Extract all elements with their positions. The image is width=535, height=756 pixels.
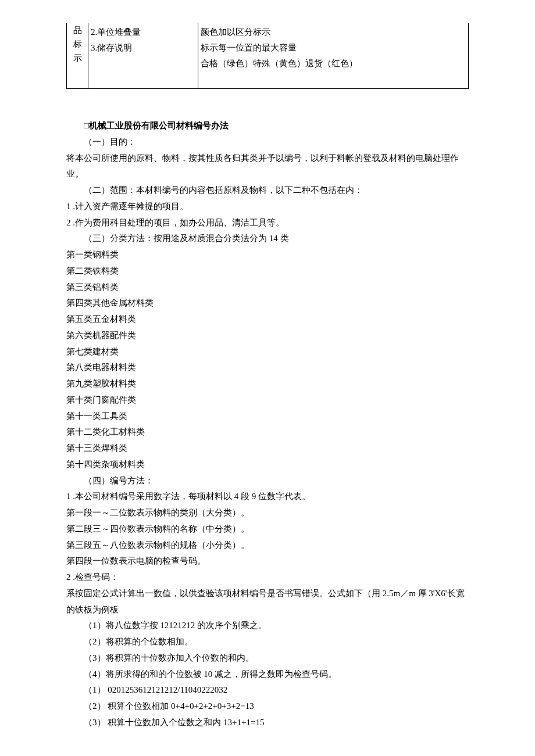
category-item: 第六类机器配件类 [66, 328, 469, 344]
list-item: 1 .计入资产需逐年摊提的项目。 [66, 199, 469, 215]
segment-line: 第四段一位数表示电脑的检查号码。 [66, 553, 469, 569]
step-item: （2）将积算的个位数相加。 [66, 634, 469, 650]
category-item: 第十四类杂项材料类 [66, 457, 469, 473]
category-item: 第三类铝料类 [66, 280, 469, 296]
paragraph: 将本公司所使用的原料、物料，按其性质各归其类并予以编号，以利于料帐的登载及材料的… [66, 151, 469, 183]
section-heading: （二）范围：本材料编号的内容包括原料及物料，以下二种不包括在内： [66, 182, 469, 199]
section-heading: （一）目的： [66, 134, 469, 151]
category-item: 第九类塑胶材料类 [66, 376, 469, 392]
segment-line: 第二段三～四位数表示物料的名称（中分类）。 [66, 521, 469, 538]
list-item: 1 .本公司材料编号采用数字法，每项材料以 4 段 9 位数字代表。 [66, 489, 469, 505]
step-item: （3）将积算的十位数亦加入个位数的和内。 [66, 650, 469, 667]
cell-line: 3.储存说明 [91, 40, 195, 56]
table-cell: 2.单位堆叠量 3.储存说明 [88, 23, 198, 89]
table-cell: 颜色加以区分标示 标示每一位置的最大容量 合格（绿色）特殊（黄色）退货（红色） [198, 23, 469, 89]
cell-line: 标示每一位置的最大容量 [201, 40, 466, 56]
paragraph: 系按固定公式计算出一数值，以供查验该项材料编号是否书写错误。公式如下（用 2.5… [66, 586, 469, 618]
category-item: 第二类铁料类 [66, 263, 469, 280]
table-row: 品 标 示 2.单位堆叠量 3.储存说明 颜色加以区分标示 标示每一位置的最大容… [67, 23, 469, 89]
doc-title: □机械工业股份有限公司材料编号办法 [66, 118, 469, 134]
cell-line: 2.单位堆叠量 [91, 24, 195, 40]
step-item: （4）将所求得的和的个位数被 10 减之，所得之数即为检查号码。 [66, 667, 469, 683]
category-item: 第一类钢料类 [66, 247, 469, 263]
category-item: 第十类门窗配件类 [66, 392, 469, 409]
category-item: 第八类电器材料类 [66, 360, 469, 376]
category-item: 第五类五金材料类 [66, 311, 469, 328]
segment-line: 第三段五～八位数表示物料的规格（小分类）。 [66, 538, 469, 554]
calc-line: （2） 积算个位数相加 0+4+0+2+2+0+3+2=13 [66, 698, 469, 715]
category-item: 第十一类工具类 [66, 409, 469, 425]
document-page: 品 标 示 2.单位堆叠量 3.储存说明 颜色加以区分标示 标示每一位置的最大容… [0, 0, 535, 756]
section-heading: （三）分类方法：按用途及材质混合分类法分为 14 类 [66, 231, 469, 247]
list-item: 2 .作为费用科目处理的项目，如办公用品、清洁工具等。 [66, 215, 469, 231]
section-heading: （四）编号方法： [66, 473, 469, 489]
row-label-char: 品 [73, 26, 82, 35]
calc-line: （1） 0201253612121212/11040222032 [66, 682, 469, 698]
partial-table: 品 标 示 2.单位堆叠量 3.储存说明 颜色加以区分标示 标示每一位置的最大容… [66, 23, 469, 89]
row-label-cell: 品 标 示 [67, 23, 88, 89]
calc-line: （3） 积算十位数加入个位数之和内 13+1+1=15 [66, 715, 469, 731]
segment-line: 第一段一～二位数表示物料的类别（大分类）。 [66, 505, 469, 521]
row-label-char: 示 [73, 53, 82, 63]
cell-line: 合格（绿色）特殊（黄色）退货（红色） [201, 56, 466, 71]
category-item: 第十三类焊料类 [66, 440, 469, 457]
category-item: 第七类建材类 [66, 344, 469, 360]
category-item: 第十二类化工材料类 [66, 424, 469, 440]
list-item: 2 .检查号码： [66, 569, 469, 586]
document-body: □机械工业股份有限公司材料编号办法 （一）目的： 将本公司所使用的原料、物料，按… [66, 118, 469, 731]
row-label-char: 标 [73, 40, 82, 49]
cell-line: 颜色加以区分标示 [201, 24, 466, 40]
category-item: 第四类其他金属材料类 [66, 295, 469, 311]
step-item: （1）将八位数字按 12121212 的次序个别乘之。 [66, 618, 469, 634]
